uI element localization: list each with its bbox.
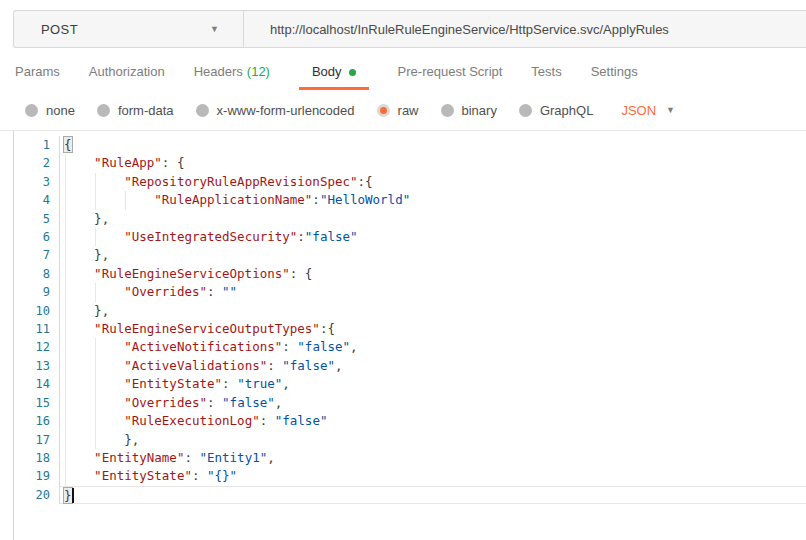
editor-line[interactable]: 3 "RepositoryRuleAppRevisionSpec":{	[14, 173, 806, 191]
radio-icon	[196, 104, 209, 117]
editor-line[interactable]: 17 },	[14, 431, 806, 449]
indent-guide	[95, 412, 96, 430]
indent-guide	[65, 154, 66, 172]
editor-line[interactable]: 11 "RuleEngineServiceOutputTypes":{	[14, 320, 806, 338]
code-line-text: "RepositoryRuleAppRevisionSpec":{	[60, 173, 806, 191]
code-line-text: "ActiveValidations": "false",	[60, 357, 806, 375]
editor-line[interactable]: 9 "Overrides": ""	[14, 283, 806, 301]
radio-label: none	[46, 103, 75, 118]
line-number: 11	[14, 320, 60, 338]
indent-guide	[95, 431, 96, 449]
editor-line[interactable]: 8 "RuleEngineServiceOptions": {	[14, 265, 806, 283]
tab-label: Pre-request Script	[398, 64, 503, 79]
indent-guide	[65, 449, 66, 467]
editor-line[interactable]: 18 "EntityName": "Entity1",	[14, 449, 806, 467]
radio-raw[interactable]: raw	[377, 103, 419, 118]
radio-x-www-form-urlencoded[interactable]: x-www-form-urlencoded	[196, 103, 355, 118]
headers-count-badge: (12)	[247, 64, 270, 79]
indent-guide	[65, 265, 66, 283]
indent-guide	[65, 173, 66, 191]
editor-line[interactable]: 19 "EntityState": "{}"	[14, 467, 806, 485]
radio-form-data[interactable]: form-data	[97, 103, 174, 118]
indent-guide	[65, 431, 66, 449]
indent-guide	[65, 283, 66, 301]
indent-guide	[65, 412, 66, 430]
code-line-text: "RuleApplicationName":"HelloWorld"	[60, 191, 806, 209]
code-line-text: "EntityState": "{}"	[60, 467, 806, 485]
indent-guide	[95, 173, 96, 191]
code-line-text: "EntityName": "Entity1",	[60, 449, 806, 467]
method-label: POST	[41, 22, 78, 37]
radio-icon	[441, 104, 454, 117]
radio-label: x-www-form-urlencoded	[217, 103, 355, 118]
indent-guide	[65, 394, 66, 412]
method-dropdown[interactable]: POST ▼	[14, 11, 244, 47]
line-number: 13	[14, 357, 60, 375]
indent-guide	[65, 338, 66, 356]
radio-selected-icon	[377, 104, 390, 117]
editor-line[interactable]: 4 "RuleApplicationName":"HelloWorld"	[14, 191, 806, 209]
tab-body[interactable]: Body	[299, 64, 369, 90]
editor-line[interactable]: 2 "RuleApp": {	[14, 154, 806, 172]
tab-label: Body	[312, 64, 342, 79]
radio-binary[interactable]: binary	[441, 103, 497, 118]
indent-guide	[65, 467, 66, 485]
radio-graphql[interactable]: GraphQL	[519, 103, 593, 118]
tab-label: Authorization	[89, 64, 165, 79]
code-line-text: },	[60, 246, 806, 264]
editor-line[interactable]: 16 "RuleExecutionLog": "false"	[14, 412, 806, 430]
line-number: 10	[14, 302, 60, 320]
editor-line[interactable]: 20}	[14, 486, 806, 504]
tab-pre-request-script[interactable]: Pre-request Script	[398, 64, 503, 90]
editor-line[interactable]: 13 "ActiveValidations": "false",	[14, 357, 806, 375]
code-line-text: }	[60, 486, 806, 504]
radio-icon	[519, 104, 532, 117]
body-editor[interactable]: 1{2 "RuleApp": {3 "RepositoryRuleAppRevi…	[13, 131, 806, 540]
editor-line[interactable]: 5 },	[14, 210, 806, 228]
line-number: 8	[14, 265, 60, 283]
editor-line[interactable]: 14 "EntityState": "true",	[14, 375, 806, 393]
indent-guide	[95, 228, 96, 246]
tab-authorization[interactable]: Authorization	[89, 64, 165, 90]
editor-line[interactable]: 6 "UseIntegratedSecurity":"false"	[14, 228, 806, 246]
tab-label: Params	[15, 64, 60, 79]
line-number: 20	[14, 486, 60, 504]
url-input[interactable]: http://localhost/InRuleRuleEngineService…	[244, 11, 806, 47]
editor-line[interactable]: 15 "Overrides": "false",	[14, 394, 806, 412]
editor-line[interactable]: 10 },	[14, 302, 806, 320]
tab-params[interactable]: Params	[15, 64, 60, 90]
line-number: 4	[14, 191, 60, 209]
language-dropdown[interactable]: JSON ▼	[621, 103, 675, 118]
code-line-text: "RuleExecutionLog": "false"	[60, 412, 806, 430]
request-tabs: Params Authorization Headers(12) Body Pr…	[0, 48, 806, 90]
indent-guide	[95, 394, 96, 412]
tab-headers[interactable]: Headers(12)	[194, 64, 270, 90]
radio-icon	[97, 104, 110, 117]
chevron-down-icon: ▼	[210, 25, 219, 34]
code-line-text: "EntityState": "true",	[60, 375, 806, 393]
indent-guide	[65, 357, 66, 375]
tab-label: Settings	[591, 64, 638, 79]
radio-label: raw	[398, 103, 419, 118]
radio-label: binary	[462, 103, 497, 118]
editor-line[interactable]: 12 "ActiveNotifications": "false",	[14, 338, 806, 356]
code-line-text: "ActiveNotifications": "false",	[60, 338, 806, 356]
tab-tests[interactable]: Tests	[531, 64, 561, 90]
indent-guide	[95, 375, 96, 393]
code-line-text: "Overrides": ""	[60, 283, 806, 301]
indent-guide	[65, 320, 66, 338]
request-url-bar: POST ▼ http://localhost/InRuleRuleEngine…	[13, 10, 806, 48]
radio-none[interactable]: none	[25, 103, 75, 118]
code-line-text: },	[60, 302, 806, 320]
body-content-dot	[349, 69, 356, 76]
line-number: 18	[14, 449, 60, 467]
line-number: 19	[14, 467, 60, 485]
line-number: 5	[14, 210, 60, 228]
line-number: 14	[14, 375, 60, 393]
editor-line[interactable]: 1{	[14, 136, 806, 154]
editor-line[interactable]: 7 },	[14, 246, 806, 264]
tab-settings[interactable]: Settings	[591, 64, 638, 90]
indent-guide	[65, 375, 66, 393]
line-number: 3	[14, 173, 60, 191]
line-number: 7	[14, 246, 60, 264]
